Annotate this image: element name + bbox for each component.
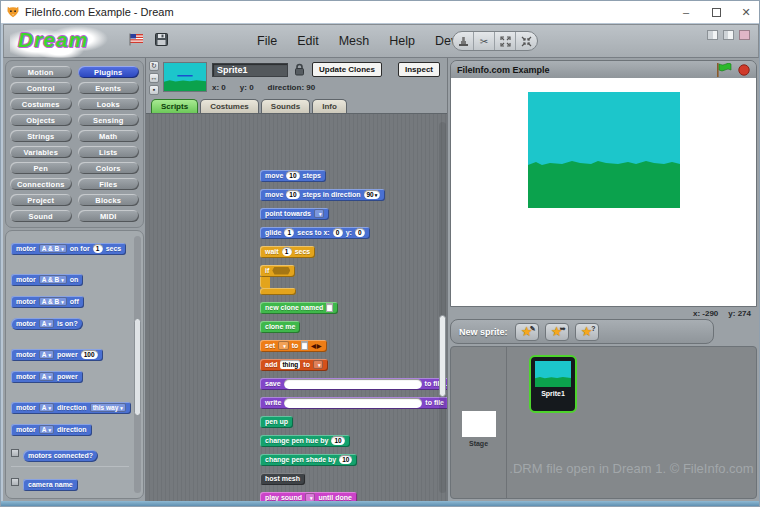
number-input[interactable]: 100 — [81, 350, 98, 359]
presentation-mode-icon[interactable] — [739, 30, 750, 40]
block[interactable]: motorA▾power — [11, 371, 83, 383]
inspect-button[interactable]: Inspect — [398, 62, 440, 77]
block[interactable]: if — [260, 265, 295, 277]
stamp-icon[interactable] — [453, 32, 474, 50]
watcher-checkbox[interactable] — [11, 478, 19, 486]
menu-file[interactable]: File — [257, 34, 277, 48]
number-input[interactable]: 1 — [284, 228, 294, 237]
stop-button[interactable] — [738, 64, 750, 76]
boolean-slot[interactable] — [272, 267, 290, 275]
dropdown[interactable]: ▾ — [314, 209, 325, 218]
flip-icon[interactable]: ↔ — [149, 73, 159, 83]
text-input[interactable] — [284, 398, 422, 408]
tab-info[interactable]: Info — [312, 99, 347, 113]
palette-scrollbar-thumb[interactable] — [134, 318, 141, 416]
surprise-sprite-star-icon[interactable]: ★? — [575, 323, 599, 341]
block[interactable]: motorA▾power100 — [11, 349, 103, 361]
category-strings[interactable]: Strings — [10, 130, 72, 142]
block[interactable]: camera name — [23, 479, 78, 491]
small-stage-icon[interactable] — [707, 30, 718, 40]
dropdown[interactable]: A & B▾ — [39, 244, 67, 253]
script-pane[interactable]: move10stepsmove10steps in direction90▾po… — [146, 113, 447, 501]
category-sensing[interactable]: Sensing — [78, 114, 140, 126]
sprite-list-item-selected[interactable]: Sprite1 — [529, 355, 577, 413]
dropdown[interactable]: A & B▾ — [39, 297, 67, 306]
block[interactable]: change pen hue by10 — [260, 435, 350, 447]
lock-icon[interactable] — [294, 63, 305, 76]
block[interactable]: motors connected? — [23, 450, 98, 462]
script-scrollbar[interactable] — [439, 122, 446, 493]
palette-scrollbar[interactable] — [134, 236, 141, 493]
green-flag-button[interactable] — [716, 63, 732, 77]
dropdown[interactable]: A & B▾ — [39, 275, 67, 284]
tab-sounds[interactable]: Sounds — [261, 99, 310, 113]
block[interactable]: move10steps — [260, 170, 326, 182]
dropdown[interactable]: this way▾ — [90, 403, 126, 412]
block[interactable]: glide1secs to x:0y:0 — [260, 227, 370, 239]
tab-scripts[interactable]: Scripts — [151, 99, 198, 113]
block[interactable]: motorA▾is on? — [11, 318, 83, 330]
close-button[interactable]: ✕ — [731, 1, 760, 23]
update-clones-button[interactable]: Update Clones — [312, 62, 382, 77]
text-slot[interactable] — [326, 303, 333, 312]
dropdown[interactable]: A▾ — [39, 403, 54, 412]
block[interactable]: saveto file… — [260, 378, 447, 390]
category-control[interactable]: Control — [10, 82, 72, 94]
category-files[interactable]: Files — [78, 178, 140, 190]
number-input[interactable]: 1 — [282, 247, 292, 256]
number-input[interactable]: 10 — [286, 171, 299, 180]
category-events[interactable]: Events — [78, 82, 140, 94]
maximize-button[interactable] — [701, 1, 731, 23]
menu-mesh[interactable]: Mesh — [339, 34, 370, 48]
open-sprite-star-icon[interactable]: ★➥ — [545, 323, 569, 341]
text-input[interactable] — [284, 379, 422, 389]
category-plugins[interactable]: Plugins — [78, 66, 140, 78]
paint-new-sprite-star-icon[interactable]: ★✎ — [515, 323, 539, 341]
block[interactable]: clone me — [260, 321, 300, 333]
number-dropdown-input[interactable]: 90▾ — [364, 190, 381, 199]
normal-stage-icon[interactable] — [723, 30, 734, 40]
dropdown[interactable]: A▾ — [39, 372, 54, 381]
category-math[interactable]: Math — [78, 130, 140, 142]
block[interactable]: motorA▾direction — [11, 424, 92, 436]
category-variables[interactable]: Variables — [10, 146, 72, 158]
scissors-icon[interactable]: ✂ — [474, 32, 495, 50]
block[interactable]: point towards▾ — [260, 208, 329, 220]
category-pen[interactable]: Pen — [10, 162, 72, 174]
category-colors[interactable]: Colors — [78, 162, 140, 174]
category-blocks[interactable]: Blocks — [78, 194, 140, 206]
dropdown[interactable]: ▾ — [305, 493, 316, 501]
no-rotate-icon[interactable]: ▪ — [149, 85, 159, 95]
category-looks[interactable]: Looks — [78, 98, 140, 110]
stage-canvas[interactable] — [451, 78, 756, 306]
block[interactable]: change pen shade by10 — [260, 454, 357, 466]
sprite-name-input[interactable] — [212, 63, 288, 77]
language-flag-icon[interactable] — [129, 33, 145, 46]
number-input[interactable]: 1 — [93, 244, 103, 253]
block[interactable]: set▾to◀▶ — [260, 340, 327, 352]
number-input[interactable]: 10 — [331, 436, 344, 445]
dropdown[interactable]: A▾ — [39, 425, 54, 434]
text-slot[interactable] — [301, 341, 308, 350]
dropdown[interactable]: ▾ — [313, 360, 324, 369]
script-scrollbar-thumb[interactable] — [439, 315, 446, 397]
text-input[interactable]: thing — [280, 360, 300, 369]
block[interactable]: addthingto▾ — [260, 359, 328, 371]
dropdown[interactable]: A▾ — [39, 319, 54, 328]
grow-sprite-icon[interactable] — [495, 32, 516, 50]
stepper-arrows-icon[interactable]: ◀▶ — [311, 342, 322, 349]
category-motion[interactable]: Motion — [10, 66, 72, 78]
stage-list-item[interactable]: Stage — [451, 347, 507, 498]
block[interactable]: pen up — [260, 416, 293, 428]
category-lists[interactable]: Lists — [78, 146, 140, 158]
dropdown[interactable]: ▾ — [278, 341, 289, 350]
category-sound[interactable]: Sound — [10, 210, 72, 222]
category-costumes[interactable]: Costumes — [10, 98, 72, 110]
block[interactable]: motorA & B▾on — [11, 274, 83, 286]
block[interactable]: motorA & B▾on for1secs — [11, 243, 126, 255]
block[interactable]: wait1secs — [260, 246, 315, 258]
watcher-checkbox[interactable] — [11, 449, 19, 457]
category-project[interactable]: Project — [10, 194, 72, 206]
block[interactable]: new clone named — [260, 302, 338, 314]
number-input[interactable]: 0 — [333, 228, 343, 237]
